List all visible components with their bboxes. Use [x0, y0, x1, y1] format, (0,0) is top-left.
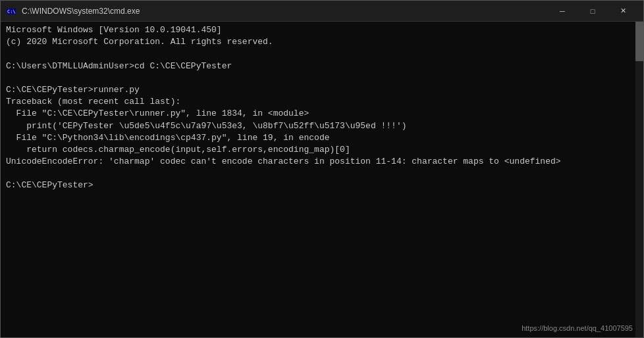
- title-bar-left: C:\ C:\WINDOWS\system32\cmd.exe: [6, 6, 140, 16]
- minimize-button[interactable]: ─: [547, 1, 577, 22]
- title-bar: C:\ C:\WINDOWS\system32\cmd.exe ─ □ ✕: [1, 1, 643, 22]
- scrollbar[interactable]: [635, 22, 643, 337]
- window-title: C:\WINDOWS\system32\cmd.exe: [22, 7, 140, 16]
- close-button[interactable]: ✕: [608, 1, 638, 22]
- console-area[interactable]: Microsoft Windows [Version 10.0.19041.45…: [1, 22, 643, 337]
- console-output: Microsoft Windows [Version 10.0.19041.45…: [6, 24, 638, 192]
- svg-text:C:\: C:\: [7, 9, 16, 14]
- watermark: https://blog.csdn.net/qq_41007595: [522, 324, 633, 332]
- cmd-window: C:\ C:\WINDOWS\system32\cmd.exe ─ □ ✕ Mi…: [0, 0, 644, 338]
- scrollbar-thumb[interactable]: [635, 22, 643, 61]
- maximize-button[interactable]: □: [577, 1, 608, 22]
- cmd-icon: C:\: [6, 6, 16, 16]
- window-controls: ─ □ ✕: [547, 1, 638, 22]
